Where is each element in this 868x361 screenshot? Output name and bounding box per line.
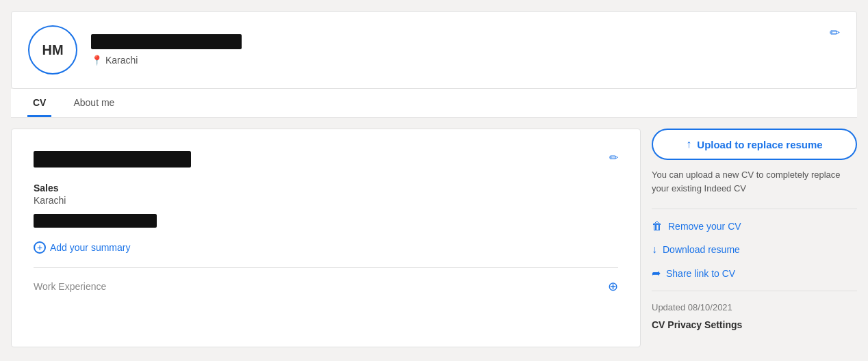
tab-about-me[interactable]: About me bbox=[68, 89, 120, 117]
profile-info: 📍 Karachi bbox=[91, 34, 840, 66]
cv-privacy-settings-label: CV Privacy Settings bbox=[652, 319, 857, 330]
cv-panel: ✏ Sales Karachi + Add your summary Work … bbox=[11, 129, 641, 347]
download-resume-button[interactable]: ↓ Download resume bbox=[652, 243, 740, 256]
upload-resume-button[interactable]: ↑ Upload to replace resume bbox=[652, 129, 857, 160]
work-experience-add-button[interactable]: ⊕ bbox=[608, 279, 618, 294]
add-summary-label: Add your summary bbox=[50, 242, 130, 253]
divider-2 bbox=[652, 291, 857, 291]
updated-timestamp: Updated 08/10/2021 bbox=[652, 302, 857, 312]
remove-cv-label: Remove your CV bbox=[668, 221, 741, 232]
main-content: ✏ Sales Karachi + Add your summary Work … bbox=[11, 129, 857, 347]
upload-resume-label: Upload to replace resume bbox=[697, 139, 822, 150]
trash-icon: 🗑 bbox=[652, 220, 663, 232]
profile-edit-button[interactable]: ✏ bbox=[830, 25, 840, 40]
work-experience-label: Work Experience bbox=[34, 281, 106, 292]
upload-icon: ↑ bbox=[686, 138, 691, 150]
cv-date-redacted bbox=[34, 214, 157, 228]
cv-header-row: ✏ bbox=[34, 151, 618, 178]
add-summary-button[interactable]: + Add your summary bbox=[34, 241, 130, 254]
work-experience-row: Work Experience ⊕ bbox=[34, 267, 618, 294]
avatar: HM bbox=[28, 25, 77, 75]
cv-job-title: Sales bbox=[34, 183, 618, 193]
download-icon: ↓ bbox=[652, 243, 657, 256]
cv-edit-button[interactable]: ✏ bbox=[609, 151, 618, 164]
share-icon: ➦ bbox=[652, 267, 661, 280]
upload-description: You can upload a new CV to completely re… bbox=[652, 168, 857, 195]
divider-1 bbox=[652, 209, 857, 209]
right-sidebar: ↑ Upload to replace resume You can uploa… bbox=[652, 129, 857, 347]
profile-card: HM 📍 Karachi ✏ bbox=[11, 11, 857, 89]
profile-name-redacted bbox=[91, 34, 242, 49]
share-cv-button[interactable]: ➦ Share link to CV bbox=[652, 267, 735, 280]
download-resume-label: Download resume bbox=[663, 244, 740, 255]
plus-circle-icon: + bbox=[34, 241, 46, 254]
remove-cv-button[interactable]: 🗑 Remove your CV bbox=[652, 220, 741, 232]
location-pin-icon: 📍 bbox=[91, 55, 103, 66]
cv-name-redacted bbox=[34, 151, 191, 168]
profile-location: 📍 Karachi bbox=[91, 55, 840, 66]
share-cv-label: Share link to CV bbox=[666, 268, 735, 279]
tab-cv[interactable]: CV bbox=[27, 89, 51, 117]
tabs-bar: CV About me bbox=[11, 89, 857, 118]
cv-location: Karachi bbox=[34, 195, 618, 206]
page-wrapper: HM 📍 Karachi ✏ CV About me ✏ Sales Karac… bbox=[0, 11, 868, 361]
location-text: Karachi bbox=[105, 55, 138, 66]
